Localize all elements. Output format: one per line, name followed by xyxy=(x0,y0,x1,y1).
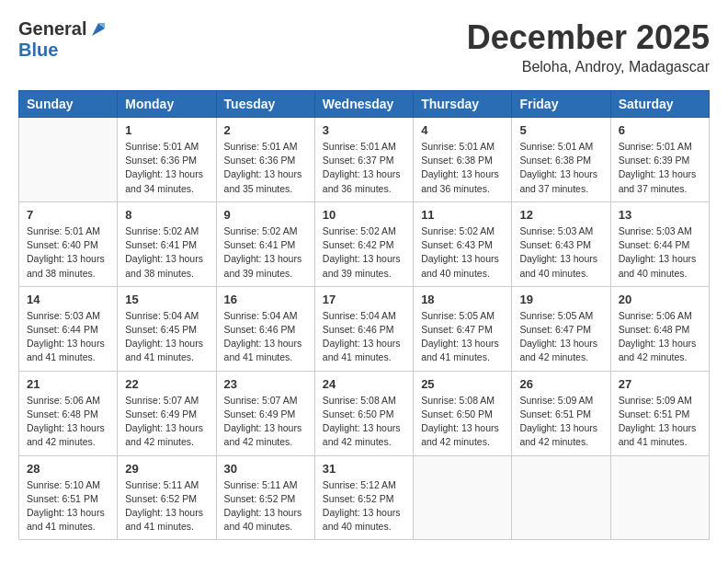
calendar-cell: 8Sunrise: 5:02 AM Sunset: 6:41 PM Daylig… xyxy=(118,201,216,286)
calendar-cell: 16Sunrise: 5:04 AM Sunset: 6:46 PM Dayli… xyxy=(216,286,314,371)
calendar-cell: 15Sunrise: 5:04 AM Sunset: 6:45 PM Dayli… xyxy=(118,286,216,371)
calendar-cell: 30Sunrise: 5:11 AM Sunset: 6:52 PM Dayli… xyxy=(216,455,314,540)
weekday-header-saturday: Saturday xyxy=(610,91,709,118)
day-number: 16 xyxy=(224,293,307,306)
calendar-cell: 29Sunrise: 5:11 AM Sunset: 6:52 PM Dayli… xyxy=(118,455,216,540)
day-info: Sunrise: 5:05 AM Sunset: 6:47 PM Dayligh… xyxy=(519,309,602,365)
calendar-cell: 31Sunrise: 5:12 AM Sunset: 6:52 PM Dayli… xyxy=(314,455,413,540)
day-info: Sunrise: 5:10 AM Sunset: 6:51 PM Dayligh… xyxy=(27,478,109,534)
day-info: Sunrise: 5:01 AM Sunset: 6:40 PM Dayligh… xyxy=(27,224,109,281)
day-number: 22 xyxy=(125,377,208,391)
weekday-header-thursday: Thursday xyxy=(414,91,512,118)
day-info: Sunrise: 5:02 AM Sunset: 6:42 PM Dayligh… xyxy=(323,224,405,281)
day-info: Sunrise: 5:12 AM Sunset: 6:52 PM Dayligh… xyxy=(323,478,405,534)
day-info: Sunrise: 5:04 AM Sunset: 6:45 PM Dayligh… xyxy=(125,309,208,365)
day-info: Sunrise: 5:01 AM Sunset: 6:37 PM Dayligh… xyxy=(323,140,405,196)
day-number: 26 xyxy=(519,377,602,391)
day-info: Sunrise: 5:01 AM Sunset: 6:38 PM Dayligh… xyxy=(519,140,602,196)
day-info: Sunrise: 5:06 AM Sunset: 6:48 PM Dayligh… xyxy=(27,394,109,450)
day-number: 18 xyxy=(421,293,504,306)
day-number: 2 xyxy=(224,123,307,137)
day-info: Sunrise: 5:01 AM Sunset: 6:38 PM Dayligh… xyxy=(421,140,504,196)
day-info: Sunrise: 5:07 AM Sunset: 6:49 PM Dayligh… xyxy=(224,394,307,450)
day-info: Sunrise: 5:08 AM Sunset: 6:50 PM Dayligh… xyxy=(323,394,405,450)
day-number: 7 xyxy=(27,208,109,222)
calendar-cell: 6Sunrise: 5:01 AM Sunset: 6:39 PM Daylig… xyxy=(610,118,709,202)
day-number: 3 xyxy=(323,123,405,137)
calendar-cell: 28Sunrise: 5:10 AM Sunset: 6:51 PM Dayli… xyxy=(19,455,118,540)
weekday-header-wednesday: Wednesday xyxy=(314,91,413,118)
calendar-cell xyxy=(610,455,709,540)
day-number: 15 xyxy=(125,293,208,306)
day-number: 9 xyxy=(224,208,307,222)
calendar-cell: 1Sunrise: 5:01 AM Sunset: 6:36 PM Daylig… xyxy=(118,118,216,202)
title-area: December 2025 Beloha, Androy, Madagascar xyxy=(467,18,710,75)
day-number: 27 xyxy=(619,377,701,391)
calendar-cell: 19Sunrise: 5:05 AM Sunset: 6:47 PM Dayli… xyxy=(512,286,610,371)
day-number: 23 xyxy=(224,377,307,391)
day-number: 24 xyxy=(323,377,405,391)
calendar-cell xyxy=(414,455,512,540)
day-info: Sunrise: 5:11 AM Sunset: 6:52 PM Dayligh… xyxy=(125,478,208,534)
calendar-cell: 22Sunrise: 5:07 AM Sunset: 6:49 PM Dayli… xyxy=(118,371,216,455)
calendar-week-row: 7Sunrise: 5:01 AM Sunset: 6:40 PM Daylig… xyxy=(19,201,710,286)
calendar-cell: 21Sunrise: 5:06 AM Sunset: 6:48 PM Dayli… xyxy=(19,371,118,455)
calendar-cell: 26Sunrise: 5:09 AM Sunset: 6:51 PM Dayli… xyxy=(512,371,610,455)
day-number: 28 xyxy=(27,462,109,476)
day-info: Sunrise: 5:11 AM Sunset: 6:52 PM Dayligh… xyxy=(224,478,307,534)
calendar-cell: 23Sunrise: 5:07 AM Sunset: 6:49 PM Dayli… xyxy=(216,371,314,455)
calendar-cell xyxy=(512,455,610,540)
calendar-cell: 3Sunrise: 5:01 AM Sunset: 6:37 PM Daylig… xyxy=(314,118,413,202)
calendar-cell: 24Sunrise: 5:08 AM Sunset: 6:50 PM Dayli… xyxy=(314,371,413,455)
day-number: 4 xyxy=(421,123,504,137)
day-info: Sunrise: 5:02 AM Sunset: 6:41 PM Dayligh… xyxy=(125,224,208,281)
calendar-cell: 2Sunrise: 5:01 AM Sunset: 6:36 PM Daylig… xyxy=(216,118,314,202)
day-number: 19 xyxy=(519,293,602,306)
day-number: 14 xyxy=(27,293,109,306)
calendar-cell: 27Sunrise: 5:09 AM Sunset: 6:51 PM Dayli… xyxy=(610,371,709,455)
calendar-week-row: 21Sunrise: 5:06 AM Sunset: 6:48 PM Dayli… xyxy=(19,371,710,455)
calendar-week-row: 1Sunrise: 5:01 AM Sunset: 6:36 PM Daylig… xyxy=(19,118,710,202)
day-info: Sunrise: 5:03 AM Sunset: 6:43 PM Dayligh… xyxy=(519,224,602,281)
weekday-header-sunday: Sunday xyxy=(19,91,118,118)
calendar-cell xyxy=(19,118,118,202)
day-info: Sunrise: 5:03 AM Sunset: 6:44 PM Dayligh… xyxy=(619,224,701,281)
logo: General Blue xyxy=(18,18,108,61)
day-info: Sunrise: 5:05 AM Sunset: 6:47 PM Dayligh… xyxy=(421,309,504,365)
day-info: Sunrise: 5:01 AM Sunset: 6:36 PM Dayligh… xyxy=(125,140,208,196)
calendar-cell: 4Sunrise: 5:01 AM Sunset: 6:38 PM Daylig… xyxy=(414,118,512,202)
day-number: 25 xyxy=(421,377,504,391)
day-info: Sunrise: 5:07 AM Sunset: 6:49 PM Dayligh… xyxy=(125,394,208,450)
day-number: 12 xyxy=(519,208,602,222)
day-number: 31 xyxy=(323,462,405,476)
weekday-header-row: SundayMondayTuesdayWednesdayThursdayFrid… xyxy=(19,91,710,118)
calendar-cell: 9Sunrise: 5:02 AM Sunset: 6:41 PM Daylig… xyxy=(216,201,314,286)
day-number: 21 xyxy=(27,377,109,391)
calendar-cell: 10Sunrise: 5:02 AM Sunset: 6:42 PM Dayli… xyxy=(314,201,413,286)
calendar-table: SundayMondayTuesdayWednesdayThursdayFrid… xyxy=(18,90,710,540)
weekday-header-tuesday: Tuesday xyxy=(216,91,314,118)
calendar-cell: 7Sunrise: 5:01 AM Sunset: 6:40 PM Daylig… xyxy=(19,201,118,286)
calendar-cell: 17Sunrise: 5:04 AM Sunset: 6:46 PM Dayli… xyxy=(314,286,413,371)
calendar-cell: 25Sunrise: 5:08 AM Sunset: 6:50 PM Dayli… xyxy=(414,371,512,455)
day-info: Sunrise: 5:06 AM Sunset: 6:48 PM Dayligh… xyxy=(619,309,701,365)
logo-icon xyxy=(88,19,108,40)
day-number: 1 xyxy=(125,123,208,137)
calendar-cell: 18Sunrise: 5:05 AM Sunset: 6:47 PM Dayli… xyxy=(414,286,512,371)
calendar-cell: 14Sunrise: 5:03 AM Sunset: 6:44 PM Dayli… xyxy=(19,286,118,371)
calendar-week-row: 28Sunrise: 5:10 AM Sunset: 6:51 PM Dayli… xyxy=(19,455,710,540)
calendar-week-row: 14Sunrise: 5:03 AM Sunset: 6:44 PM Dayli… xyxy=(19,286,710,371)
day-number: 30 xyxy=(224,462,307,476)
month-title: December 2025 xyxy=(467,18,710,57)
day-info: Sunrise: 5:08 AM Sunset: 6:50 PM Dayligh… xyxy=(421,394,504,450)
weekday-header-monday: Monday xyxy=(118,91,216,118)
page-header: General Blue December 2025 Beloha, Andro… xyxy=(18,18,710,75)
day-info: Sunrise: 5:04 AM Sunset: 6:46 PM Dayligh… xyxy=(224,309,307,365)
day-info: Sunrise: 5:09 AM Sunset: 6:51 PM Dayligh… xyxy=(619,394,701,450)
day-info: Sunrise: 5:01 AM Sunset: 6:39 PM Dayligh… xyxy=(619,140,701,196)
day-info: Sunrise: 5:09 AM Sunset: 6:51 PM Dayligh… xyxy=(519,394,602,450)
day-number: 29 xyxy=(125,462,208,476)
logo-general-text: General xyxy=(18,18,86,40)
day-number: 20 xyxy=(619,293,701,306)
day-number: 11 xyxy=(421,208,504,222)
